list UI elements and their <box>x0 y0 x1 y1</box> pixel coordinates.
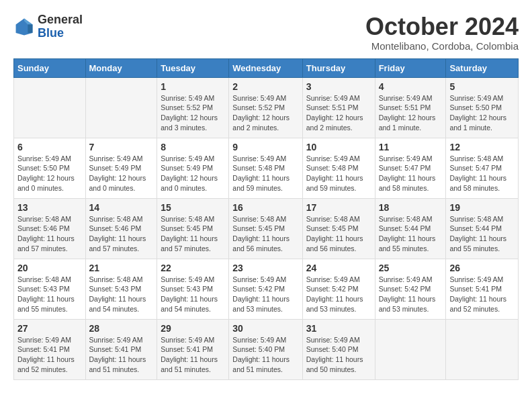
days-header-row: SundayMondayTuesdayWednesdayThursdayFrid… <box>14 58 519 77</box>
day-number: 3 <box>306 81 371 92</box>
calendar-cell: 3Sunrise: 5:49 AM Sunset: 5:51 PM Daylig… <box>302 77 375 138</box>
day-number: 1 <box>161 81 225 92</box>
calendar-cell: 19Sunrise: 5:48 AM Sunset: 5:44 PM Dayli… <box>446 198 519 259</box>
calendar-cell: 9Sunrise: 5:49 AM Sunset: 5:48 PM Daylig… <box>229 138 302 198</box>
calendar-cell: 25Sunrise: 5:49 AM Sunset: 5:42 PM Dayli… <box>375 259 446 319</box>
logo: General Blue <box>13 13 83 40</box>
day-details: Sunrise: 5:48 AM Sunset: 5:44 PM Dayligh… <box>449 214 515 254</box>
calendar-cell: 12Sunrise: 5:48 AM Sunset: 5:47 PM Dayli… <box>446 138 519 198</box>
day-number: 2 <box>232 81 298 92</box>
calendar-cell: 26Sunrise: 5:49 AM Sunset: 5:41 PM Dayli… <box>446 259 519 319</box>
calendar-cell: 4Sunrise: 5:49 AM Sunset: 5:51 PM Daylig… <box>375 77 446 138</box>
day-details: Sunrise: 5:49 AM Sunset: 5:41 PM Dayligh… <box>449 275 515 314</box>
day-number: 15 <box>161 202 225 213</box>
calendar-cell: 13Sunrise: 5:48 AM Sunset: 5:46 PM Dayli… <box>14 198 86 259</box>
logo-icon <box>13 16 35 38</box>
day-details: Sunrise: 5:48 AM Sunset: 5:47 PM Dayligh… <box>449 154 515 193</box>
day-details: Sunrise: 5:49 AM Sunset: 5:50 PM Dayligh… <box>449 93 515 133</box>
day-header-wednesday: Wednesday <box>229 58 302 77</box>
day-number: 8 <box>161 142 225 152</box>
day-details: Sunrise: 5:49 AM Sunset: 5:51 PM Dayligh… <box>306 93 371 133</box>
day-number: 31 <box>306 323 371 334</box>
day-number: 5 <box>449 81 515 92</box>
day-header-tuesday: Tuesday <box>157 58 229 77</box>
day-details: Sunrise: 5:48 AM Sunset: 5:45 PM Dayligh… <box>161 214 225 254</box>
day-number: 30 <box>232 323 298 334</box>
day-details: Sunrise: 5:49 AM Sunset: 5:48 PM Dayligh… <box>306 154 371 193</box>
calendar-cell: 1Sunrise: 5:49 AM Sunset: 5:52 PM Daylig… <box>157 77 229 138</box>
title-block: October 2024 Montelibano, Cordoba, Colom… <box>365 13 519 52</box>
day-details: Sunrise: 5:49 AM Sunset: 5:51 PM Dayligh… <box>379 93 443 133</box>
calendar-cell: 11Sunrise: 5:49 AM Sunset: 5:47 PM Dayli… <box>375 138 446 198</box>
calendar-cell: 24Sunrise: 5:49 AM Sunset: 5:42 PM Dayli… <box>302 259 375 319</box>
day-number: 26 <box>449 263 515 273</box>
calendar-cell: 20Sunrise: 5:48 AM Sunset: 5:43 PM Dayli… <box>14 259 86 319</box>
day-number: 17 <box>306 202 371 213</box>
month-title: October 2024 <box>365 13 519 40</box>
calendar-cell: 14Sunrise: 5:48 AM Sunset: 5:46 PM Dayli… <box>85 198 157 259</box>
calendar-cell: 29Sunrise: 5:49 AM Sunset: 5:41 PM Dayli… <box>157 319 229 379</box>
logo-general-text: General <box>38 13 83 26</box>
day-number: 10 <box>306 142 371 152</box>
calendar-cell <box>375 319 446 379</box>
calendar-cell <box>85 77 157 138</box>
day-number: 13 <box>17 202 82 213</box>
svg-marker-2 <box>28 24 32 32</box>
day-details: Sunrise: 5:49 AM Sunset: 5:52 PM Dayligh… <box>232 93 298 133</box>
day-details: Sunrise: 5:49 AM Sunset: 5:40 PM Dayligh… <box>306 335 371 375</box>
week-row-2: 6Sunrise: 5:49 AM Sunset: 5:50 PM Daylig… <box>14 138 519 198</box>
day-details: Sunrise: 5:48 AM Sunset: 5:46 PM Dayligh… <box>89 214 154 254</box>
day-number: 21 <box>89 263 154 273</box>
day-details: Sunrise: 5:49 AM Sunset: 5:49 PM Dayligh… <box>161 154 225 193</box>
week-row-1: 1Sunrise: 5:49 AM Sunset: 5:52 PM Daylig… <box>14 77 519 138</box>
calendar-cell: 23Sunrise: 5:49 AM Sunset: 5:42 PM Dayli… <box>229 259 302 319</box>
day-header-sunday: Sunday <box>14 58 86 77</box>
day-details: Sunrise: 5:48 AM Sunset: 5:44 PM Dayligh… <box>379 214 443 254</box>
week-row-5: 27Sunrise: 5:49 AM Sunset: 5:41 PM Dayli… <box>14 319 519 379</box>
calendar-cell: 18Sunrise: 5:48 AM Sunset: 5:44 PM Dayli… <box>375 198 446 259</box>
day-number: 20 <box>17 263 82 273</box>
calendar-cell: 17Sunrise: 5:48 AM Sunset: 5:45 PM Dayli… <box>302 198 375 259</box>
day-details: Sunrise: 5:49 AM Sunset: 5:50 PM Dayligh… <box>17 154 82 193</box>
day-number: 6 <box>17 142 82 152</box>
day-details: Sunrise: 5:49 AM Sunset: 5:52 PM Dayligh… <box>161 93 225 133</box>
day-details: Sunrise: 5:48 AM Sunset: 5:45 PM Dayligh… <box>306 214 371 254</box>
calendar-cell <box>446 319 519 379</box>
day-header-thursday: Thursday <box>302 58 375 77</box>
week-row-4: 20Sunrise: 5:48 AM Sunset: 5:43 PM Dayli… <box>14 259 519 319</box>
day-number: 11 <box>379 142 443 152</box>
calendar-cell: 22Sunrise: 5:49 AM Sunset: 5:43 PM Dayli… <box>157 259 229 319</box>
day-number: 16 <box>232 202 298 213</box>
calendar-cell: 2Sunrise: 5:49 AM Sunset: 5:52 PM Daylig… <box>229 77 302 138</box>
day-number: 7 <box>89 142 154 152</box>
day-details: Sunrise: 5:49 AM Sunset: 5:42 PM Dayligh… <box>379 275 443 314</box>
day-header-monday: Monday <box>85 58 157 77</box>
day-number: 22 <box>161 263 225 273</box>
day-details: Sunrise: 5:49 AM Sunset: 5:49 PM Dayligh… <box>89 154 154 193</box>
day-details: Sunrise: 5:49 AM Sunset: 5:47 PM Dayligh… <box>379 154 443 193</box>
day-number: 23 <box>232 263 298 273</box>
day-details: Sunrise: 5:48 AM Sunset: 5:43 PM Dayligh… <box>89 275 154 314</box>
day-details: Sunrise: 5:49 AM Sunset: 5:48 PM Dayligh… <box>232 154 298 193</box>
day-number: 27 <box>17 323 82 334</box>
day-details: Sunrise: 5:49 AM Sunset: 5:41 PM Dayligh… <box>17 335 82 375</box>
calendar-cell: 6Sunrise: 5:49 AM Sunset: 5:50 PM Daylig… <box>14 138 86 198</box>
calendar-cell: 8Sunrise: 5:49 AM Sunset: 5:49 PM Daylig… <box>157 138 229 198</box>
day-number: 14 <box>89 202 154 213</box>
day-details: Sunrise: 5:49 AM Sunset: 5:43 PM Dayligh… <box>161 275 225 314</box>
day-number: 19 <box>449 202 515 213</box>
calendar-table: SundayMondayTuesdayWednesdayThursdayFrid… <box>13 58 519 380</box>
calendar-cell: 21Sunrise: 5:48 AM Sunset: 5:43 PM Dayli… <box>85 259 157 319</box>
day-number: 18 <box>379 202 443 213</box>
calendar-cell: 27Sunrise: 5:49 AM Sunset: 5:41 PM Dayli… <box>14 319 86 379</box>
day-details: Sunrise: 5:49 AM Sunset: 5:41 PM Dayligh… <box>161 335 225 375</box>
day-details: Sunrise: 5:49 AM Sunset: 5:42 PM Dayligh… <box>306 275 371 314</box>
day-number: 25 <box>379 263 443 273</box>
calendar-cell: 5Sunrise: 5:49 AM Sunset: 5:50 PM Daylig… <box>446 77 519 138</box>
calendar-cell: 28Sunrise: 5:49 AM Sunset: 5:41 PM Dayli… <box>85 319 157 379</box>
calendar-cell <box>14 77 86 138</box>
day-number: 4 <box>379 81 443 92</box>
day-details: Sunrise: 5:48 AM Sunset: 5:46 PM Dayligh… <box>17 214 82 254</box>
day-number: 29 <box>161 323 225 334</box>
day-details: Sunrise: 5:49 AM Sunset: 5:42 PM Dayligh… <box>232 275 298 314</box>
